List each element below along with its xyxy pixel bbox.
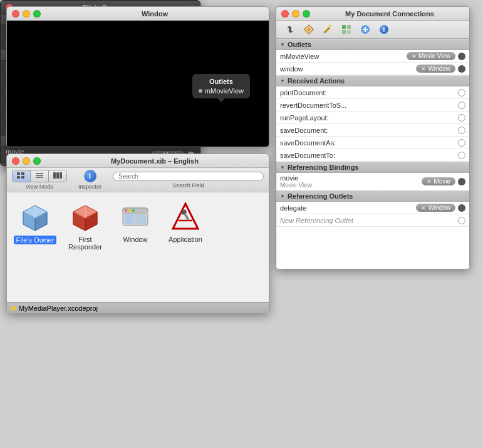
- ref-outlet-delegate-name: delegate: [280, 204, 416, 212]
- xib-traffic-lights: [12, 157, 41, 165]
- view-mode-btn-list[interactable]: [31, 170, 49, 182]
- svg-rect-11: [17, 176, 20, 179]
- connections-toolbar-btn-info[interactable]: i: [375, 23, 393, 36]
- search-input[interactable]: [113, 172, 264, 181]
- outlet-window-circle[interactable]: [458, 65, 465, 73]
- svg-rect-12: [21, 176, 24, 179]
- status-dot: [11, 306, 16, 311]
- svg-rect-3: [347, 25, 351, 29]
- action-revert: revertDocumentToS...: [280, 102, 455, 109]
- traffic-lights: [12, 10, 41, 18]
- window-icon: [120, 201, 151, 232]
- view-mode-btn-grid[interactable]: [13, 170, 31, 182]
- outlet-mmovieview-tag: ✕ Movie View: [407, 52, 455, 60]
- plus-circle-icon: [360, 24, 371, 35]
- outlet-mmovieview-circle[interactable]: [458, 53, 465, 60]
- ref-outlets-label: Referencing Outlets: [288, 192, 353, 200]
- files-owner-img: [18, 199, 53, 234]
- ref-outlet-delegate-x[interactable]: ✕: [421, 205, 426, 211]
- outlet-row-mmovieview: mMovieView ✕ Movie View: [276, 50, 469, 63]
- xib-icon-application[interactable]: Application: [164, 199, 207, 251]
- action-printdocument-circle[interactable]: [458, 89, 465, 96]
- outlets-triangle: ▼: [280, 42, 285, 48]
- ref-outlet-row-delegate: delegate ✕ Window: [276, 202, 469, 214]
- xib-minimize[interactable]: [23, 157, 30, 165]
- binding-movie-tag: ✕ Movie: [422, 177, 455, 185]
- svg-rect-39: [125, 214, 133, 224]
- xib-icon-firstresponder[interactable]: First Responder: [63, 199, 107, 251]
- grid-view-icon: [16, 172, 26, 179]
- received-actions-triangle: ▼: [280, 78, 285, 84]
- connections-toolbar-btn-pencil[interactable]: [319, 23, 336, 36]
- outlet-window-name: window: [280, 65, 416, 73]
- received-actions-label: Received Actions: [288, 77, 345, 85]
- minimize-button[interactable]: [23, 10, 30, 18]
- outlet-row-window: window ✕ Window: [276, 63, 469, 75]
- outlets-section-header: ▼ Outlets: [276, 39, 469, 50]
- connections-close[interactable]: [281, 10, 289, 18]
- connections-maximize[interactable]: [303, 10, 310, 18]
- xib-icon-filesowner[interactable]: File's Owner: [13, 199, 57, 251]
- ref-outlet-delegate-circle[interactable]: [458, 204, 465, 212]
- binding-movie-value: Movie: [434, 178, 450, 185]
- xib-maximize[interactable]: [33, 157, 41, 165]
- outlets-label: Outlets: [288, 41, 311, 48]
- outlet-window-x[interactable]: ✕: [421, 66, 426, 72]
- inspector-control[interactable]: i Inspector: [78, 170, 101, 190]
- ref-outlet-new-name: New Referencing Outlet: [280, 217, 455, 224]
- arrows-icon: [284, 24, 296, 35]
- first-responder-img: [68, 199, 103, 234]
- diamond-icon: [303, 24, 314, 35]
- ref-outlet-row-new: New Referencing Outlet: [276, 214, 469, 227]
- action-saveas-circle[interactable]: [458, 139, 465, 147]
- connections-toolbar-btn-plus[interactable]: [356, 23, 374, 36]
- action-row-printdocument: printDocument:: [276, 86, 469, 99]
- connections-minimize[interactable]: [292, 10, 299, 18]
- inspector-btn[interactable]: i: [84, 170, 96, 182]
- connections-toolbar-btn-arrows[interactable]: [281, 23, 299, 36]
- svg-marker-1: [306, 27, 311, 32]
- binding-movie-x[interactable]: ✕: [427, 179, 432, 185]
- outlet-mmovieview-x[interactable]: ✕: [412, 53, 417, 60]
- tooltip-dot: [199, 89, 202, 93]
- application-icon: [170, 201, 201, 232]
- action-saveto-circle[interactable]: [458, 152, 465, 159]
- window-panel: Window Outlets mMovieView: [6, 6, 269, 147]
- action-revert-circle[interactable]: [458, 102, 465, 109]
- action-save-circle[interactable]: [458, 127, 465, 134]
- xib-icon-window[interactable]: Window: [113, 199, 157, 251]
- ref-outlet-delegate-tag: ✕ Window: [416, 204, 455, 212]
- xib-close[interactable]: [12, 157, 19, 165]
- ref-outlets-section-header: ▼ Referencing Outlets: [276, 190, 469, 202]
- action-row-runpage: runPageLayout:: [276, 112, 469, 124]
- window-img: [118, 199, 153, 234]
- binding-movie-labels: movie Movie View: [280, 174, 422, 189]
- inspector-label: Inspector: [78, 184, 101, 190]
- maximize-button[interactable]: [33, 10, 41, 18]
- svg-rect-10: [21, 172, 24, 175]
- svg-rect-18: [60, 172, 62, 179]
- close-button[interactable]: [12, 10, 19, 18]
- first-responder-icon: [70, 201, 101, 232]
- outlets-tooltip: Outlets mMovieView: [192, 74, 250, 98]
- svg-point-38: [132, 209, 135, 212]
- action-saveas: saveDocumentAs:: [280, 139, 455, 147]
- info-icon: i: [378, 24, 390, 35]
- xib-content: File's Owner First Responder: [7, 192, 269, 302]
- connections-toolbar-btn-diamond[interactable]: [300, 23, 318, 36]
- grid-icon: [341, 24, 352, 35]
- ref-outlets-triangle: ▼: [280, 194, 285, 199]
- tooltip-title: Outlets: [199, 78, 244, 85]
- action-runpage-circle[interactable]: [458, 114, 465, 122]
- received-actions-section-header: ▼ Received Actions: [276, 75, 469, 86]
- connections-toolbar-btn-grid[interactable]: [338, 23, 355, 36]
- binding-movie-circle[interactable]: [458, 178, 465, 185]
- cube-icon: [19, 201, 51, 232]
- outlet-window-value: Window: [428, 65, 450, 72]
- view-mode-btn-columns[interactable]: [49, 170, 66, 182]
- view-mode-label: View Mode: [26, 184, 53, 190]
- ref-outlet-delegate-value: Window: [428, 204, 450, 211]
- action-row-save: saveDocument:: [276, 124, 469, 137]
- ref-outlet-new-circle[interactable]: [458, 217, 465, 224]
- connections-panel: My Document Connections: [276, 6, 470, 269]
